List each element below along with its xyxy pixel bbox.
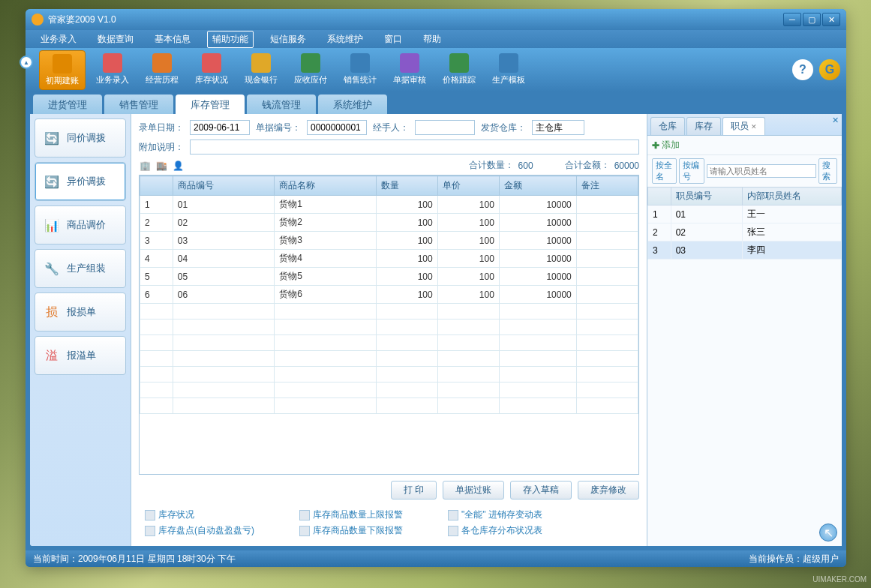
column-header[interactable]: 数量: [376, 176, 437, 196]
app-window: 管家婆2009 V1.0 ─ ▢ ✕ 业务录入数据查询基本信息辅助功能短信服务系…: [26, 9, 846, 567]
collapse-toolbar-icon[interactable]: ▲: [20, 56, 33, 69]
table-row[interactable]: 606货物610010010000: [140, 286, 638, 304]
column-header[interactable]: [648, 188, 671, 206]
add-button[interactable]: ✚添加: [652, 139, 680, 152]
table-row[interactable]: 101王一: [648, 206, 842, 224]
table-row[interactable]: [140, 304, 638, 320]
action-button[interactable]: 存入草稿: [510, 481, 572, 500]
toolbar-button[interactable]: 现金银行: [239, 50, 284, 90]
table-row[interactable]: [140, 367, 638, 382]
panel-tab[interactable]: 仓库: [650, 117, 685, 135]
table-row[interactable]: 404货物410010010000: [140, 250, 638, 268]
footer-link[interactable]: "全能" 进销存变动表: [448, 508, 542, 521]
grid-icon-1[interactable]: 🏢: [139, 160, 151, 172]
warehouse-input[interactable]: [532, 120, 584, 135]
column-header[interactable]: 单价: [437, 176, 499, 196]
toolbar-button[interactable]: 业务录入: [90, 50, 135, 90]
main-tab[interactable]: 进货管理: [33, 94, 102, 114]
scroll-arrow-icon[interactable]: ↖: [819, 524, 837, 542]
sidebar-icon: 🔄: [44, 130, 59, 146]
search-input[interactable]: [707, 164, 816, 178]
table-row[interactable]: [140, 320, 638, 335]
main-tab[interactable]: 库存管理: [176, 94, 245, 114]
footer-link[interactable]: 各仓库存分布状况表: [448, 524, 542, 537]
column-header[interactable]: 商品编号: [173, 176, 274, 196]
sidebar-icon: 🔧: [44, 261, 59, 276]
table-row[interactable]: 505货物510010010000: [140, 268, 638, 286]
menu-item[interactable]: 辅助功能: [207, 31, 254, 48]
titlebar[interactable]: 管家婆2009 V1.0 ─ ▢ ✕: [26, 9, 846, 30]
main-tabs: 进货管理销售管理库存管理钱流管理系统维护: [26, 92, 846, 114]
sidebar-item[interactable]: 📊商品调价: [35, 206, 126, 244]
table-row[interactable]: [140, 398, 638, 414]
table-row[interactable]: 202张三: [648, 224, 842, 242]
column-header[interactable]: 职员编号: [671, 188, 742, 206]
main-tab[interactable]: 销售管理: [104, 94, 173, 114]
handler-input[interactable]: [415, 120, 475, 135]
toolbar-button[interactable]: 生产模板: [486, 50, 531, 90]
staff-grid[interactable]: 职员编号内部职员姓名101王一202张三303李四 ↖: [647, 187, 842, 546]
action-button[interactable]: 废弃修改: [578, 481, 639, 500]
sidebar-item[interactable]: 🔄同价调拨: [35, 118, 126, 158]
menu-item[interactable]: 基本信息: [150, 32, 195, 47]
toolbar-icon: [499, 53, 518, 73]
toolbar-button[interactable]: 应收应付: [288, 50, 333, 90]
footer-link[interactable]: 库存盘点(自动盘盈盘亏): [145, 524, 254, 537]
column-header[interactable]: [140, 176, 173, 196]
footer-link[interactable]: 库存状况: [145, 508, 254, 521]
data-grid[interactable]: 商品编号商品名称数量单价金额备注 101货物110010010000202货物2…: [139, 175, 639, 475]
sidebar-item[interactable]: 🔧生产组装: [35, 249, 126, 288]
doc-no-input[interactable]: [307, 120, 367, 135]
menu-item[interactable]: 帮助: [419, 32, 446, 47]
panel-close-icon[interactable]: ✕: [832, 116, 839, 125]
date-input[interactable]: [190, 120, 250, 135]
action-button[interactable]: 单据过账: [443, 481, 504, 500]
toolbar-icon: [449, 53, 469, 73]
sidebar-item[interactable]: 🔄异价调拨: [35, 162, 126, 201]
toolbar-button[interactable]: 销售统计: [338, 50, 383, 90]
toolbar-button[interactable]: 初期建账: [39, 50, 86, 90]
menu-item[interactable]: 短信服务: [266, 32, 311, 47]
link-icon: [299, 526, 310, 536]
tab-close-icon[interactable]: ✕: [751, 123, 757, 130]
menu-item[interactable]: 业务录入: [36, 32, 81, 47]
table-row[interactable]: 303李四: [648, 242, 842, 260]
person-icon[interactable]: 👤: [172, 160, 184, 172]
filter-all-button[interactable]: 按全名: [652, 158, 677, 184]
close-button[interactable]: ✕: [822, 13, 840, 26]
main-tab[interactable]: 系统维护: [318, 94, 387, 114]
table-row[interactable]: 202货物210010010000: [140, 214, 638, 232]
toolbar-button[interactable]: 经营历程: [140, 50, 185, 90]
menu-item[interactable]: 系统维护: [323, 32, 368, 47]
minimize-button[interactable]: ─: [783, 13, 801, 26]
menu-item[interactable]: 数据查询: [93, 32, 138, 47]
table-row[interactable]: [140, 382, 638, 398]
main-panel: 录单日期： 单据编号： 经手人： 发货仓库： 附加说明： 🏢 🏬 👤 合计数量：…: [131, 114, 647, 546]
main-tab[interactable]: 钱流管理: [247, 94, 316, 114]
toolbar-button[interactable]: 单据审核: [387, 50, 432, 90]
column-header[interactable]: 商品名称: [275, 176, 376, 196]
table-row[interactable]: 303货物310010010000: [140, 232, 638, 250]
column-header[interactable]: 金额: [499, 176, 576, 196]
search-button[interactable]: 搜索: [818, 158, 838, 184]
table-row[interactable]: [140, 335, 638, 351]
filter-code-button[interactable]: 按编号: [679, 158, 704, 184]
panel-tab[interactable]: 职员 ✕: [722, 117, 765, 135]
column-header[interactable]: 内部职员姓名: [742, 188, 841, 206]
sidebar-item[interactable]: 溢报溢单: [35, 336, 126, 375]
panel-tab[interactable]: 库存: [686, 117, 721, 135]
table-row[interactable]: [140, 351, 638, 367]
sidebar-item[interactable]: 损报损单: [35, 292, 126, 332]
grid-icon-2[interactable]: 🏬: [155, 160, 167, 172]
note-input[interactable]: [190, 140, 639, 154]
toolbar-button[interactable]: 库存状况: [189, 50, 234, 90]
footer-link[interactable]: 库存商品数量下限报警: [299, 524, 403, 537]
maximize-button[interactable]: ▢: [803, 13, 821, 26]
table-row[interactable]: 101货物110010010000: [140, 196, 638, 214]
action-button[interactable]: 打 印: [391, 481, 437, 500]
footer-link[interactable]: 库存商品数量上限报警: [299, 508, 403, 521]
toolbar-button[interactable]: 价格跟踪: [437, 50, 482, 90]
menu-item[interactable]: 窗口: [380, 32, 407, 47]
column-header[interactable]: 备注: [576, 176, 638, 196]
help-icon[interactable]: ?: [792, 59, 813, 80]
